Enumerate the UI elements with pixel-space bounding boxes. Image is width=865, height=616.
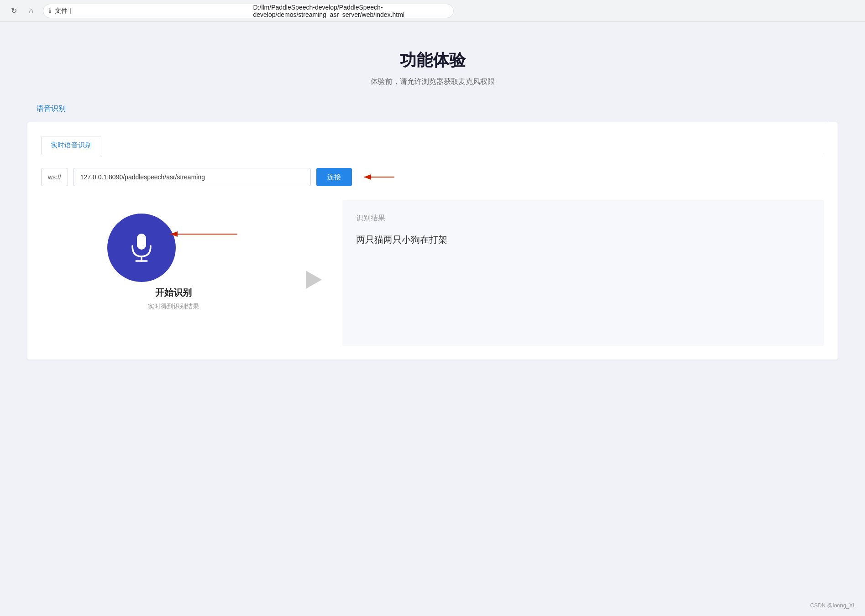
card-tab-bar: 实时语音识别	[41, 136, 824, 154]
header-section: 功能体验 体验前，请允许浏览器获取麦克风权限	[0, 22, 865, 100]
result-label: 识别结果	[356, 214, 810, 223]
reload-button[interactable]: ↻	[7, 5, 20, 17]
left-panel: 开始识别 实时得到识别结果	[41, 200, 306, 346]
page-title: 功能体验	[0, 49, 865, 72]
watermark: CSDN @loong_XL	[810, 602, 856, 609]
mic-arrow-row	[50, 214, 297, 291]
home-button[interactable]: ⌂	[25, 5, 37, 17]
main-area: 实时语音识别 ws:// 连接	[0, 122, 865, 387]
mic-button[interactable]	[107, 214, 176, 282]
browser-chrome: ↻ ⌂ ℹ 文件 | D:/llm/PaddleSpeech-develop/P…	[0, 0, 865, 22]
address-bar[interactable]: ℹ 文件 | D:/llm/PaddleSpeech-develop/Paddl…	[43, 4, 454, 18]
mic-arrow-annotation	[167, 227, 240, 241]
card-tab-realtime[interactable]: 实时语音识别	[41, 136, 101, 154]
connect-button[interactable]: 连接	[316, 168, 352, 186]
mic-icon	[128, 231, 155, 265]
url-prefix-label: ws://	[41, 168, 68, 186]
content-row: 开始识别 实时得到识别结果 识别结果 两只猫两只小狗在打架	[41, 200, 824, 346]
svg-marker-7	[306, 271, 322, 289]
address-url: D:/llm/PaddleSpeech-develop/PaddleSpeech…	[253, 4, 448, 18]
right-panel: 识别结果 两只猫两只小狗在打架	[342, 200, 824, 346]
browser-controls: ↻ ⌂	[7, 5, 37, 17]
connect-arrow-annotation	[360, 170, 397, 184]
mic-area	[107, 214, 176, 291]
result-text: 两只猫两只小狗在打架	[356, 232, 810, 247]
url-input[interactable]	[73, 168, 311, 186]
page-content: 功能体验 体验前，请允许浏览器获取麦克风权限 语音识别 实时语音识别 ws://…	[0, 22, 865, 387]
address-lock-icon: ℹ	[49, 7, 51, 14]
nav-section: 语音识别	[0, 100, 865, 122]
page-subtitle: 体验前，请允许浏览器获取麦克风权限	[0, 77, 865, 87]
address-prefix: 文件 |	[55, 7, 250, 15]
nav-tab-asr[interactable]: 语音识别	[37, 100, 66, 118]
main-card: 实时语音识别 ws:// 连接	[27, 122, 838, 360]
connect-arrow-area: 连接	[316, 168, 397, 186]
panel-arrow	[306, 200, 324, 346]
mic-sublabel: 实时得到识别结果	[148, 303, 199, 311]
svg-rect-2	[137, 234, 146, 250]
url-row: ws:// 连接	[41, 168, 824, 186]
